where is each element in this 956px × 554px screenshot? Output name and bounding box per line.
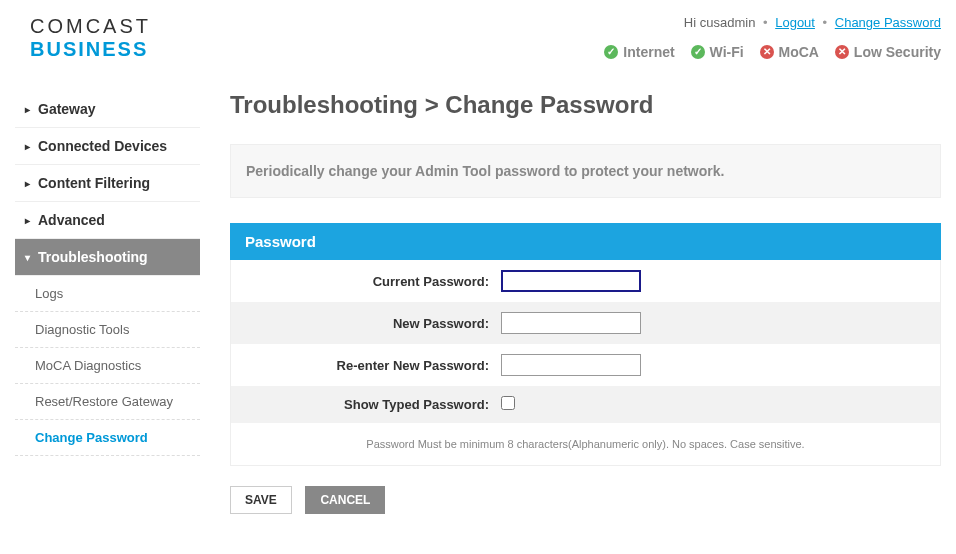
caret-right-icon: ▸ [25, 104, 30, 115]
panel-header: Password [230, 223, 941, 260]
reenter-password-input[interactable] [501, 354, 641, 376]
caret-right-icon: ▸ [25, 215, 30, 226]
label-new-password: New Password: [231, 316, 501, 331]
new-password-input[interactable] [501, 312, 641, 334]
label-show-password: Show Typed Password: [231, 397, 501, 412]
show-password-checkbox[interactable] [501, 396, 515, 410]
info-box: Periodically change your Admin Tool pass… [230, 144, 941, 198]
page-title: Troubleshooting > Change Password [230, 91, 941, 119]
caret-down-icon: ▾ [25, 252, 30, 263]
caret-right-icon: ▸ [25, 178, 30, 189]
nav-content-filtering[interactable]: ▸ Content Filtering [15, 165, 200, 202]
greeting-text: Hi cusadmin [684, 15, 756, 30]
password-hint: Password Must be minimum 8 characters(Al… [231, 423, 940, 465]
row-reenter-password: Re-enter New Password: [231, 344, 940, 386]
subnav-logs[interactable]: Logs [15, 276, 200, 312]
logo-line1: COMCAST [30, 15, 151, 38]
x-icon: ✕ [760, 45, 774, 59]
logout-link[interactable]: Logout [775, 15, 815, 30]
row-show-password: Show Typed Password: [231, 386, 940, 423]
nav-gateway[interactable]: ▸ Gateway [15, 91, 200, 128]
status-moca: ✕ MoCA [760, 44, 819, 60]
status-line: ✓ Internet ✓ Wi-Fi ✕ MoCA ✕ Low Security [592, 42, 941, 60]
nav-connected-devices[interactable]: ▸ Connected Devices [15, 128, 200, 165]
separator: • [823, 15, 828, 30]
user-line: Hi cusadmin • Logout • Change Password [592, 15, 941, 30]
cancel-button[interactable]: CANCEL [305, 486, 385, 514]
x-icon: ✕ [835, 45, 849, 59]
status-wifi: ✓ Wi-Fi [691, 44, 744, 60]
subnav-change-password[interactable]: Change Password [15, 420, 200, 456]
label-reenter-password: Re-enter New Password: [231, 358, 501, 373]
row-new-password: New Password: [231, 302, 940, 344]
separator: • [763, 15, 768, 30]
save-button[interactable]: SAVE [230, 486, 292, 514]
panel-body: Current Password: New Password: Re-enter… [230, 260, 941, 466]
sidebar: ▸ Gateway ▸ Connected Devices ▸ Content … [15, 91, 200, 514]
nav-troubleshooting[interactable]: ▾ Troubleshooting [15, 239, 200, 276]
caret-right-icon: ▸ [25, 141, 30, 152]
logo: COMCAST BUSINESS [15, 15, 151, 61]
status-security: ✕ Low Security [835, 44, 941, 60]
logo-line2: BUSINESS [30, 38, 151, 61]
check-icon: ✓ [604, 45, 618, 59]
label-current-password: Current Password: [231, 274, 501, 289]
button-row: SAVE CANCEL [230, 486, 941, 514]
current-password-input[interactable] [501, 270, 641, 292]
row-current-password: Current Password: [231, 260, 940, 302]
subnav-reset-restore[interactable]: Reset/Restore Gateway [15, 384, 200, 420]
nav-advanced[interactable]: ▸ Advanced [15, 202, 200, 239]
subnav-diagnostic-tools[interactable]: Diagnostic Tools [15, 312, 200, 348]
status-internet: ✓ Internet [604, 44, 674, 60]
change-password-link[interactable]: Change Password [835, 15, 941, 30]
main-content: Troubleshooting > Change Password Period… [230, 91, 941, 514]
subnav-moca-diagnostics[interactable]: MoCA Diagnostics [15, 348, 200, 384]
check-icon: ✓ [691, 45, 705, 59]
